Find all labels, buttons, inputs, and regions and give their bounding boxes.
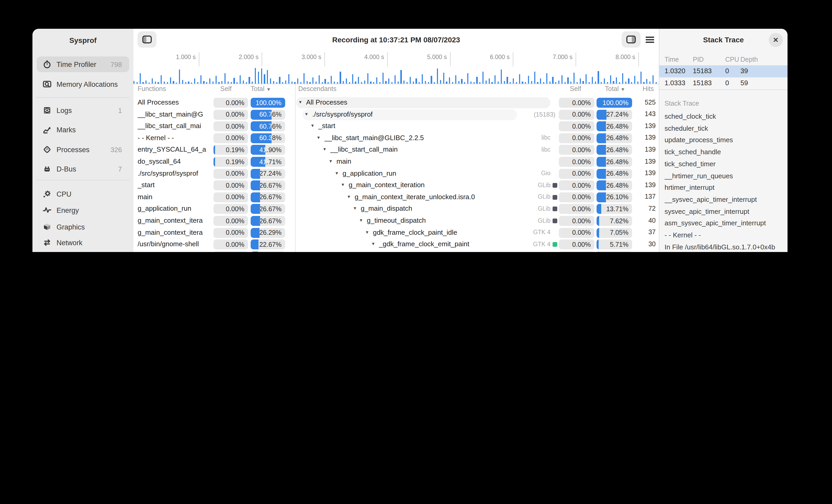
stack-frame-item[interactable]: tick_sched_handle — [665, 148, 785, 159]
sidebar-item-time-profiler[interactable]: Time Profiler798 — [36, 56, 129, 72]
function-row[interactable]: All Processes0.00%100.00%100.00% — [133, 97, 295, 109]
function-row[interactable]: main0.00%26.67%26.67% — [133, 192, 295, 203]
stack-frame-item[interactable]: asm_sysvec_apic_timer_interrupt — [665, 219, 785, 230]
pill-fill: 100.00% — [251, 98, 285, 108]
function-row[interactable]: /usr/bin/gnome-shell0.00%22.67%22.67% — [133, 239, 295, 250]
expander-open-icon[interactable]: ▼ — [322, 147, 327, 152]
function-row[interactable]: __libc_start_call_mai0.00%60.76%60.76% — [133, 121, 295, 132]
stack-frame-item[interactable]: sysvec_apic_timer_interrupt — [665, 207, 785, 218]
tree-row[interactable]: ▼g_main_context_iterationGLib0.00%26.48%… — [295, 180, 659, 191]
sidebar-item-network[interactable]: Network — [36, 235, 129, 250]
pill-fill: 60.76% — [251, 121, 271, 131]
tree-row[interactable]: ▼g_main_dispatchGLib0.00%13.71%13.71%72 — [295, 204, 659, 215]
sidebar-item-cpu[interactable]: CPU — [36, 186, 129, 202]
logs-icon — [43, 106, 51, 114]
tree-row[interactable]: ▼./src/sysprof/sysprof(15183)0.00%27.24%… — [295, 109, 659, 120]
activity-spike — [346, 78, 347, 84]
sidebar-item-d-bus[interactable]: D-Bus7 — [36, 161, 129, 177]
primary-menu-button[interactable] — [642, 31, 658, 48]
sidebar-item-memory-allocations[interactable]: Memory Allocations — [36, 76, 129, 92]
sidebar-item-storage[interactable]: Storage — [36, 251, 129, 252]
stack-sample-row[interactable]: 1.032015183039 — [659, 65, 787, 77]
descendants-column-header[interactable]: Descendants — [298, 85, 336, 92]
expander-open-icon[interactable]: ▼ — [359, 218, 363, 223]
time-column-header: Time — [665, 56, 679, 63]
cpu-activity-chart[interactable] — [133, 66, 659, 84]
stack-frame-item[interactable]: update_process_times — [665, 136, 785, 147]
total-pill: 26.29%26.29% — [251, 228, 285, 237]
sidebar-item-label: Marks — [56, 126, 76, 134]
expander-open-icon[interactable]: ▼ — [341, 183, 345, 187]
hits-value: 139 — [633, 122, 656, 130]
total-pill: 26.48%26.48% — [597, 180, 632, 190]
expander-open-icon[interactable]: ▼ — [335, 171, 339, 175]
sidebar-item-marks[interactable]: Marks — [36, 122, 129, 138]
tree-row[interactable]: ▼g_signal_emitGObject0.00%5.71%5.71%30 — [295, 251, 659, 252]
descendants-hits-column-header[interactable]: Hits — [643, 85, 654, 92]
activity-spike — [625, 82, 626, 84]
function-row[interactable]: entry_SYSCALL_64_a0.19%0.19%41.90%41.90% — [133, 145, 295, 156]
category-square — [552, 195, 557, 200]
expander-open-icon[interactable]: ▼ — [347, 195, 351, 199]
pill-fill: 0.19% — [213, 145, 215, 155]
tree-row[interactable]: ▼_start0.00%26.48%26.48%139 — [295, 121, 659, 132]
expander-open-icon[interactable]: ▼ — [353, 206, 357, 211]
main-area: Recording at 10:37:21 PM 08/07/2023 1.00… — [133, 29, 659, 252]
expander-open-icon[interactable]: ▼ — [304, 112, 309, 116]
activity-spike — [161, 75, 162, 84]
expander-open-icon[interactable]: ▼ — [310, 123, 314, 128]
process-id: (15183) — [534, 111, 555, 118]
tree-row[interactable]: ▼__libc_start_main@GLIBC_2.2.5libc0.00%2… — [295, 133, 659, 144]
stack-frame-item[interactable]: scheduler_tick — [665, 124, 785, 135]
tree-row[interactable]: ▼g_timeout_dispatchGLib0.00%7.62%7.62%40 — [295, 216, 659, 227]
stack-frame-item[interactable]: tick_sched_timer — [665, 160, 785, 170]
stack-sample-row[interactable]: 1.033315183059 — [659, 77, 787, 89]
stack-frame-item[interactable]: - - Kernel - - — [665, 231, 785, 242]
sidebar-item-logs[interactable]: Logs1 — [36, 103, 129, 118]
function-row[interactable]: g_application_run0.00%26.67%26.67% — [133, 204, 295, 215]
stack-frame-item[interactable]: hrtimer_interrupt — [665, 184, 785, 194]
cpu-value: 0 — [725, 67, 729, 75]
activity-spike — [531, 81, 532, 84]
activity-spike — [534, 72, 535, 84]
network-icon — [43, 239, 51, 247]
expander-open-icon[interactable]: ▼ — [329, 159, 333, 164]
expander-open-icon[interactable]: ▼ — [371, 242, 375, 246]
descendants-total-column-header[interactable]: Total ▼ — [605, 85, 625, 92]
tree-row[interactable]: ▼gdk_frame_clock_paint_idleGTK 40.00%7.0… — [295, 227, 659, 239]
activity-spike — [437, 68, 438, 84]
expander-open-icon[interactable]: ▼ — [317, 135, 321, 140]
function-row[interactable]: g_main_loop_run0.00%21.71%21.71% — [133, 251, 295, 252]
stack-frame-item[interactable]: __sysvec_apic_timer_interrupt — [665, 196, 785, 206]
tree-row[interactable]: ▼__libc_start_call_mainlibc0.00%26.48%26… — [295, 145, 659, 156]
activity-spike — [552, 77, 553, 84]
expander-open-icon[interactable]: ▼ — [365, 230, 369, 234]
tree-row[interactable]: ▼g_main_context_iterate_unlocked.isra.0G… — [295, 192, 659, 203]
sidebar-item-processes[interactable]: Processes326 — [36, 142, 129, 157]
tree-row[interactable]: ▼g_application_runGio0.00%26.48%26.48%13… — [295, 168, 659, 179]
stack-frame-item[interactable]: __hrtimer_run_queues — [665, 172, 785, 182]
tree-row[interactable]: ▼main0.00%26.48%26.48%139 — [295, 156, 659, 168]
expander-open-icon[interactable]: ▼ — [298, 100, 303, 105]
close-icon[interactable]: ✕ — [769, 33, 783, 47]
toggle-right-panel-button[interactable] — [622, 31, 641, 48]
stack-frame-item[interactable]: In File /usr/lib64/libGL.so.1.7.0+0x4b — [665, 243, 785, 252]
function-row[interactable]: ./src/sysprof/sysprof0.00%27.24%27.24% — [133, 168, 295, 179]
tree-row[interactable]: ▼_gdk_frame_clock_emit_paintGTK 40.00%5.… — [295, 239, 659, 250]
function-row[interactable]: _start0.00%26.67%26.67% — [133, 180, 295, 191]
function-row[interactable]: do_syscall_640.19%0.19%41.71%41.71% — [133, 156, 295, 168]
function-row[interactable]: g_main_context_itera0.00%26.29%26.29% — [133, 227, 295, 239]
total-pill: 27.24%27.24% — [597, 110, 632, 119]
descendants-self-column-header[interactable]: Self — [570, 85, 581, 92]
sidebar-item-graphics[interactable]: Graphics — [36, 219, 129, 235]
sidebar-item-energy[interactable]: Energy — [36, 202, 129, 218]
function-row[interactable]: __libc_start_main@G0.00%60.76%60.76% — [133, 109, 295, 120]
function-row[interactable]: - - Kernel - -0.00%60.38%60.38% — [133, 133, 295, 144]
stack-frame-item[interactable]: sched_clock_tick — [665, 112, 785, 123]
function-name: __libc_start_call_mai — [138, 122, 212, 131]
function-row[interactable]: g_main_context_itera0.00%26.67%26.67% — [133, 216, 295, 227]
sidebar-item-label: D-Bus — [56, 165, 76, 173]
tree-row[interactable]: ▼All Processes0.00%100.00%100.00%525 — [295, 97, 659, 109]
activity-spike — [240, 75, 241, 84]
timeline-ruler[interactable]: 1.000 s2.000 s3.000 s4.000 s5.000 s6.000… — [133, 50, 659, 66]
